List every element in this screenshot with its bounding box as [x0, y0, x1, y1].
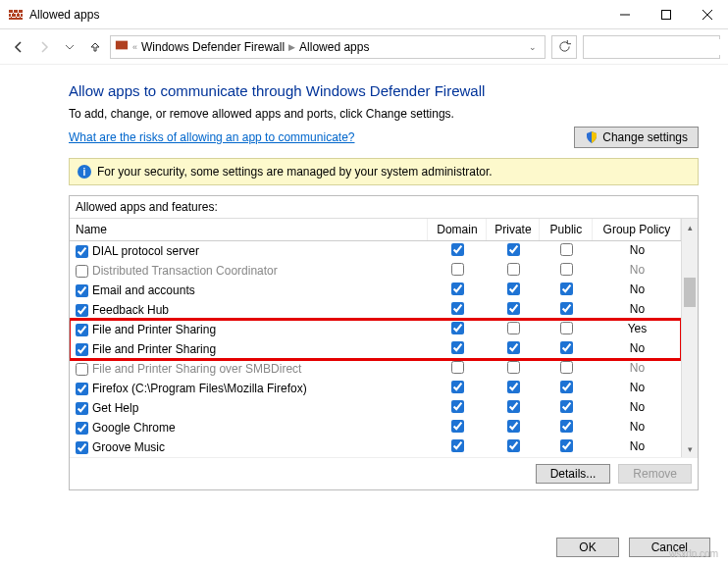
private-checkbox[interactable] [507, 381, 520, 393]
private-checkbox[interactable] [507, 263, 520, 276]
app-name: File and Printer Sharing [92, 323, 216, 336]
app-enable-checkbox[interactable] [76, 363, 88, 376]
group-policy-value: No [593, 340, 681, 358]
private-checkbox[interactable] [507, 361, 520, 374]
highlighted-rows: File and Printer SharingYes File and Pri… [70, 320, 681, 359]
ok-button[interactable]: OK [556, 538, 618, 557]
change-settings-button[interactable]: Change settings [574, 127, 699, 148]
app-enable-checkbox[interactable] [76, 441, 88, 454]
private-checkbox[interactable] [507, 400, 520, 413]
public-checkbox[interactable] [560, 341, 573, 354]
app-name: Email and accounts [92, 283, 195, 297]
domain-checkbox[interactable] [451, 263, 464, 276]
public-checkbox[interactable] [560, 439, 573, 452]
app-enable-checkbox[interactable] [76, 245, 88, 258]
breadcrumb-item[interactable]: Windows Defender Firewall [141, 40, 285, 54]
public-checkbox[interactable] [560, 381, 573, 393]
firewall-icon [115, 38, 129, 55]
close-button[interactable] [687, 0, 728, 29]
col-group-policy[interactable]: Group Policy [593, 219, 681, 240]
back-button[interactable] [8, 36, 29, 58]
domain-checkbox[interactable] [451, 400, 464, 413]
table-row[interactable]: Groove MusicNo [70, 437, 681, 457]
table-row[interactable]: File and Printer Sharing over SMBDirectN… [70, 359, 681, 379]
private-checkbox[interactable] [507, 302, 520, 315]
private-checkbox[interactable] [507, 282, 520, 295]
domain-checkbox[interactable] [451, 361, 464, 374]
chevron-right-icon[interactable]: ▶ [288, 42, 295, 52]
app-enable-checkbox[interactable] [76, 402, 88, 415]
domain-checkbox[interactable] [451, 243, 464, 256]
group-policy-value: Yes [593, 321, 681, 338]
maximize-button[interactable] [646, 0, 687, 29]
search-box[interactable] [583, 35, 720, 59]
col-private[interactable]: Private [487, 219, 540, 240]
scroll-thumb[interactable] [684, 278, 696, 307]
list-title: Allowed apps and features: [70, 196, 698, 219]
col-domain[interactable]: Domain [428, 219, 487, 240]
app-enable-checkbox[interactable] [76, 324, 88, 336]
app-enable-checkbox[interactable] [76, 284, 88, 297]
private-checkbox[interactable] [507, 322, 520, 334]
domain-checkbox[interactable] [451, 439, 464, 452]
page-subtext: To add, change, or remove allowed apps a… [69, 107, 699, 121]
table-row[interactable]: File and Printer SharingNo [70, 339, 681, 359]
app-enable-checkbox[interactable] [76, 304, 88, 317]
table-row[interactable]: Distributed Transaction CoordinatorNo [70, 261, 681, 281]
app-enable-checkbox[interactable] [76, 383, 88, 395]
scroll-down-button[interactable]: ▾ [682, 440, 698, 457]
table-row[interactable]: Firefox (C:\Program Files\Mozilla Firefo… [70, 379, 681, 398]
breadcrumb-item[interactable]: Allowed apps [299, 40, 369, 54]
address-dropdown[interactable]: ⌄ [525, 42, 541, 52]
domain-checkbox[interactable] [451, 302, 464, 315]
search-input[interactable] [588, 39, 728, 55]
public-checkbox[interactable] [560, 400, 573, 413]
public-checkbox[interactable] [560, 282, 573, 295]
address-bar[interactable]: « Windows Defender Firewall ▶ Allowed ap… [110, 35, 546, 59]
group-policy-value: No [593, 380, 681, 397]
public-checkbox[interactable] [560, 263, 573, 276]
table-row[interactable]: DIAL protocol serverNo [70, 241, 681, 261]
public-checkbox[interactable] [560, 420, 573, 433]
domain-checkbox[interactable] [451, 381, 464, 393]
table-row[interactable]: Email and accountsNo [70, 281, 681, 300]
scroll-up-button[interactable]: ▴ [682, 219, 698, 235]
shield-icon [585, 130, 598, 144]
domain-checkbox[interactable] [451, 282, 464, 295]
refresh-button[interactable] [551, 35, 577, 59]
info-text: For your security, some settings are man… [97, 165, 493, 179]
private-checkbox[interactable] [507, 243, 520, 256]
up-button[interactable] [84, 36, 106, 58]
info-icon: i [78, 165, 91, 179]
table-row[interactable]: File and Printer SharingYes [70, 320, 681, 339]
app-enable-checkbox[interactable] [76, 265, 88, 278]
col-public[interactable]: Public [540, 219, 593, 240]
public-checkbox[interactable] [560, 243, 573, 256]
table-row[interactable]: Feedback HubNo [70, 300, 681, 320]
watermark: wsxdn.com [669, 548, 718, 559]
recent-locations-button[interactable] [59, 36, 80, 58]
table-row[interactable]: Get HelpNo [70, 398, 681, 418]
scrollbar[interactable]: ▴ ▾ [681, 219, 698, 457]
private-checkbox[interactable] [507, 439, 520, 452]
private-checkbox[interactable] [507, 420, 520, 433]
domain-checkbox[interactable] [451, 322, 464, 334]
domain-checkbox[interactable] [451, 420, 464, 433]
forward-button[interactable] [33, 36, 55, 58]
app-enable-checkbox[interactable] [76, 343, 88, 356]
app-name: Feedback Hub [92, 303, 169, 317]
public-checkbox[interactable] [560, 322, 573, 334]
remove-button[interactable]: Remove [618, 464, 692, 484]
public-checkbox[interactable] [560, 361, 573, 374]
table-row[interactable]: Google ChromeNo [70, 418, 681, 437]
domain-checkbox[interactable] [451, 341, 464, 354]
app-enable-checkbox[interactable] [76, 422, 88, 435]
info-banner: i For your security, some settings are m… [69, 158, 699, 185]
risk-link[interactable]: What are the risks of allowing an app to… [69, 130, 354, 144]
public-checkbox[interactable] [560, 302, 573, 315]
group-policy-value: No [593, 438, 681, 456]
private-checkbox[interactable] [507, 341, 520, 354]
details-button[interactable]: Details... [536, 464, 611, 484]
col-name[interactable]: Name [70, 219, 428, 240]
minimize-button[interactable] [604, 0, 646, 29]
